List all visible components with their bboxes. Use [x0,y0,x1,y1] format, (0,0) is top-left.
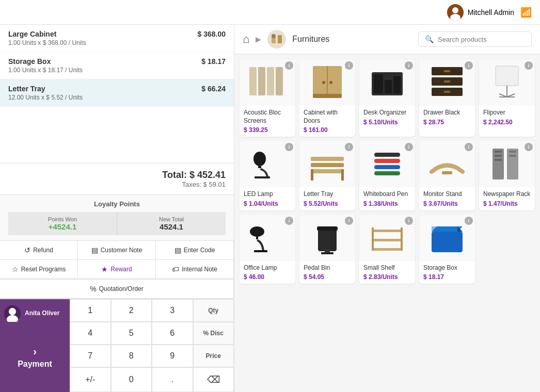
svg-rect-22 [393,76,401,93]
info-badge: i [285,61,293,70]
product-info: Newspaper Rack $ 1.47/Units [479,187,535,210]
product-card-cabinet-with-doors[interactable]: i Cabinet with Doors $ 161.00 [299,59,355,137]
product-card-office-lamp[interactable]: i Office Lamp $ 46.00 [240,215,295,284]
reward-button[interactable]: ★ Reward [78,260,156,279]
product-card-desk-organizer[interactable]: i Desk Organizer $ 5.10/Units [359,59,415,137]
svg-point-17 [329,81,332,84]
product-card-pedal-bin[interactable]: i Pedal Bin $ 54.05 [299,215,355,284]
product-price: $ 2,242.50 [483,119,531,126]
product-info: Flipover $ 2,242.50 [479,106,535,129]
main-layout: Large Cabinet $ 368.00 1.00 Units x $ 36… [0,25,540,392]
numpad-0[interactable]: 0 [111,367,152,392]
svg-rect-65 [401,227,403,251]
order-item-detail: 1.00 Units x $ 368.00 / Units [8,39,226,46]
product-card-flipover[interactable]: i Flipover $ 2,242.50 [479,59,535,137]
product-card-acoustic-bloc-screens[interactable]: i Acoustic Bloc Screens $ 339.25 [240,59,295,137]
numpad-6[interactable]: 6 [152,322,193,345]
svg-rect-63 [372,230,403,232]
product-card-drawer-black[interactable]: i Drawer Black $ 28.75 [419,59,475,137]
loyalty-title: Loyalty Points [8,200,226,208]
user-name: Mitchell Admin [468,8,514,17]
svg-point-9 [272,34,276,38]
internal-note-button[interactable]: 🏷 Internal Note [156,260,234,279]
svg-rect-55 [256,237,258,239]
numpad-disc[interactable]: % Disc [193,322,234,345]
user-info: Mitchell Admin [447,4,514,21]
product-price: $ 1.47/Units [483,200,531,207]
customer-info[interactable]: Anita Oliver [0,299,70,328]
product-price: $ 5.52/Units [304,200,351,207]
svg-rect-43 [374,165,400,169]
product-name: Small Shelf [363,264,411,272]
order-item-large-cabinet[interactable]: Large Cabinet $ 368.00 1.00 Units x $ 36… [0,25,234,52]
info-badge: i [465,61,473,70]
numpad: 1 2 3 Qty 4 5 6 % Disc 7 8 9 Price +/- 0… [70,299,234,392]
numpad-2[interactable]: 2 [111,299,152,322]
reward-star-icon: ★ [101,265,108,273]
numpad-plusminus[interactable]: +/- [70,367,111,392]
product-name: Pedal Bin [304,264,351,272]
svg-rect-56 [254,250,267,252]
svg-point-6 [267,30,286,48]
numpad-4[interactable]: 4 [70,322,111,345]
product-card-letter-tray[interactable]: i Letter Tray $ 5.52/Units [299,141,355,210]
refund-button[interactable]: ↺ Refund [0,241,78,260]
order-item-name: Letter Tray [8,85,45,93]
numpad-1[interactable]: 1 [70,299,111,322]
numpad-5[interactable]: 5 [111,322,152,345]
product-card-led-lamp[interactable]: i LED Lamp $ 1.04/Units [240,141,295,210]
search-box[interactable]: 🔍 [418,31,532,47]
numpad-price[interactable]: Price [193,345,234,367]
customer-name: Anita Oliver [25,309,59,318]
svg-rect-12 [267,67,274,95]
order-item-storage-box[interactable]: Storage Box $ 18.17 1.00 Units x $ 18.17… [0,52,234,79]
product-info: Cabinet with Doors $ 161.00 [299,106,355,137]
svg-rect-26 [444,70,450,72]
product-name: LED Lamp [244,190,291,199]
svg-rect-11 [258,67,265,95]
payment-button[interactable]: › Payment [0,328,70,392]
user-avatar [447,4,464,21]
product-card-monitor-stand[interactable]: i Monitor Stand $ 3.67/Units [419,141,475,210]
enter-code-button[interactable]: ▤ Enter Code [156,241,234,260]
numpad-3[interactable]: 3 [152,299,193,322]
total-section: Total: $ 452.41 Taxes: $ 59.01 [0,163,234,194]
product-grid: i Acoustic Bloc Screens $ 339.25 i Cabin… [234,54,540,392]
svg-rect-46 [442,171,452,174]
product-card-newspaper-rack[interactable]: i Newspaper Rack $ 1.47/Units [479,141,535,210]
svg-rect-42 [374,159,400,163]
numpad-qty[interactable]: Qty [193,299,234,322]
product-price: $ 5.10/Units [363,119,411,126]
customer-note-button[interactable]: ▤ Customer Note [78,241,156,260]
product-name: Newspaper Rack [483,190,531,199]
product-price: $ 161.00 [304,126,351,134]
numpad-dot[interactable]: . [152,367,193,392]
action-buttons: ↺ Refund ▤ Customer Note ▤ Enter Code ☆ … [0,240,234,299]
product-header: ⌂ ▶ Furnitures 🔍 [234,25,540,54]
search-input[interactable] [438,36,525,43]
svg-rect-28 [444,91,450,93]
product-name: Acoustic Bloc Screens [244,109,291,125]
numpad-8[interactable]: 8 [111,345,152,367]
order-item-letter-tray[interactable]: Letter Tray $ 66.24 12.00 Units x $ 5.52… [0,79,234,107]
svg-rect-50 [495,159,502,161]
svg-point-16 [322,81,325,84]
code-icon: ▤ [174,246,181,254]
order-item-price: $ 18.17 [201,57,226,66]
quotation-order-button[interactable]: % Quotation/Order [0,279,234,299]
home-icon[interactable]: ⌂ [243,32,249,46]
product-info: Acoustic Bloc Screens $ 339.25 [240,106,295,137]
info-badge: i [285,217,293,225]
product-card-storage-box[interactable]: i Storage Box $ 18.17 [419,215,475,284]
topbar: Mitchell Admin 📶 [0,0,540,25]
numpad-7[interactable]: 7 [70,345,111,367]
payment-arrow-icon: › [33,346,37,357]
numpad-backspace[interactable]: ⌫ [193,367,234,392]
numpad-9[interactable]: 9 [152,345,193,367]
product-card-whiteboard-pen[interactable]: i Whiteboard Pen $ 1.38/Units [359,141,415,210]
new-total-box: New Total 4524.1 [117,212,226,235]
product-card-small-shelf[interactable]: i Small Shelf $ 2.83/Units [359,215,415,284]
reset-programs-button[interactable]: ☆ Reset Programs [0,260,78,279]
svg-point-54 [250,226,264,237]
product-price: $ 3.67/Units [423,200,471,207]
